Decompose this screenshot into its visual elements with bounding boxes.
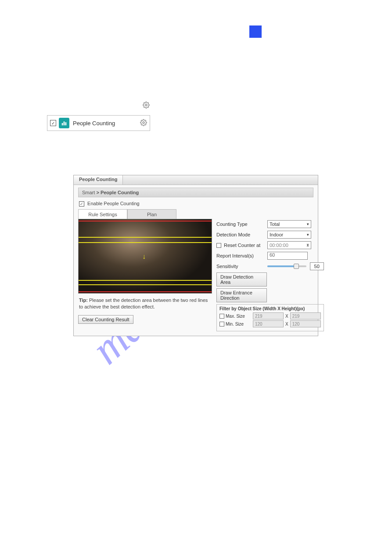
dialog-title-tab[interactable]: People Counting [74, 175, 123, 185]
detection-mode-select[interactable]: Indoor ▾ [267, 231, 311, 239]
breadcrumb-current: People Counting [101, 190, 139, 195]
max-size-label: Max. Size [226, 314, 253, 319]
red-line-top [79, 221, 212, 221]
feature-checkbox[interactable]: ✓ [50, 120, 56, 126]
svg-point-4 [143, 122, 144, 123]
reset-counter-label: Reset Counter at [216, 243, 267, 248]
tab-plan[interactable]: Plan [127, 209, 176, 219]
feature-label: People Counting [73, 120, 140, 127]
max-width-input[interactable]: 219 [253, 312, 284, 319]
gear-icon[interactable] [143, 102, 150, 110]
chevron-down-icon: ▾ [307, 232, 309, 237]
max-size-checkbox[interactable] [219, 314, 224, 319]
sensitivity-slider[interactable] [267, 265, 306, 267]
report-interval-value: 60 [270, 252, 275, 258]
x-label: X [285, 314, 288, 319]
enable-checkbox[interactable]: ✓ [79, 201, 84, 207]
tip-label: Tip: [79, 297, 88, 303]
yellow-line-4 [79, 284, 212, 285]
yellow-line-1 [79, 237, 212, 238]
breadcrumb: Smart > People Counting [78, 188, 313, 197]
min-size-checkbox[interactable] [219, 322, 224, 326]
svg-rect-3 [65, 122, 67, 125]
tip-row: Tip: Please set the detection area betwe… [78, 294, 212, 312]
draw-detection-area-button[interactable]: Draw Detection Area [216, 272, 267, 287]
svg-rect-1 [62, 123, 63, 125]
red-line-bottom [79, 291, 212, 292]
filter-by-object-size: Filter by Object Size (Width X Height)(p… [216, 304, 324, 331]
blue-square-marker [249, 25, 262, 38]
direction-arrow-icon: ↓ [142, 253, 146, 261]
report-interval-input[interactable]: 60 [267, 252, 308, 260]
detection-mode-label: Detection Mode [216, 232, 267, 237]
yellow-line-3 [79, 280, 212, 281]
enable-label: Enable People Counting [87, 201, 140, 206]
yellow-line-2 [79, 242, 212, 243]
max-height-input[interactable]: 219 [290, 312, 321, 319]
svg-rect-2 [64, 122, 65, 126]
gear-icon[interactable] [140, 119, 147, 127]
min-size-label: Min. Size [226, 322, 253, 326]
counting-type-select[interactable]: Total ▾ [267, 220, 311, 228]
sensitivity-value[interactable]: 50 [310, 262, 324, 270]
sensitivity-label: Sensitivity [216, 264, 267, 269]
breadcrumb-root[interactable]: Smart [82, 190, 95, 195]
counting-type-label: Counting Type [216, 221, 267, 227]
slider-thumb[interactable] [294, 264, 299, 269]
reset-counter-value: 00:00:00 [270, 243, 288, 248]
bar-chart-icon [59, 118, 69, 128]
subtabs: Rule Settings Plan [78, 209, 313, 219]
filter-title: Filter by Object Size (Width X Height)(p… [219, 306, 321, 311]
min-width-input[interactable]: 120 [253, 320, 284, 327]
people-counting-dialog: People Counting Smart > People Counting … [73, 175, 318, 336]
clock-icon: ⧗ [306, 243, 309, 248]
chevron-down-icon: ▾ [307, 222, 309, 226]
x-label: X [285, 322, 288, 326]
tip-text: Please set the detection area between th… [79, 297, 208, 309]
counting-type-value: Total [270, 221, 280, 227]
reset-counter-checkbox[interactable] [216, 243, 221, 248]
feature-people-counting[interactable]: ✓ People Counting [47, 115, 150, 131]
report-interval-label: Report Interval(s) [216, 253, 267, 258]
video-preview[interactable]: ↓ [78, 219, 212, 294]
enable-people-counting-row: ✓ Enable People Counting [78, 199, 313, 209]
dialog-tabbar: People Counting [74, 175, 318, 185]
tab-rule-settings[interactable]: Rule Settings [78, 209, 127, 219]
reset-counter-input[interactable]: 00:00:00 ⧗ [267, 241, 311, 249]
svg-point-0 [145, 104, 147, 106]
detection-mode-value: Indoor [270, 232, 283, 237]
breadcrumb-sep: > [96, 190, 99, 195]
clear-counting-result-button[interactable]: Clear Counting Result [78, 315, 133, 324]
draw-entrance-direction-button[interactable]: Draw Entrance Direction [216, 288, 267, 302]
min-height-input[interactable]: 120 [290, 320, 321, 327]
